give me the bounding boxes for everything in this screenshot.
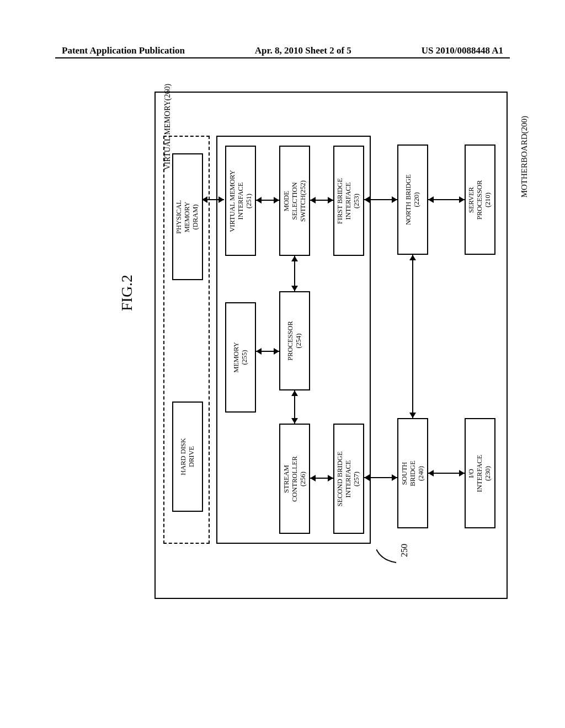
header-divider [55, 57, 510, 58]
arrow-icon [409, 255, 416, 260]
south-bridge-text: SOUTHBRIDGE(240) [401, 461, 425, 486]
header-left: Patent Application Publication [62, 45, 185, 56]
arrow-icon [328, 197, 333, 204]
arrow-icon [392, 196, 397, 203]
arrow-icon [409, 413, 416, 418]
physical-memory-box: PHYSICALMEMORY(DRAM) [172, 153, 203, 280]
io-interface-box: I/OINTERFACE(230) [465, 418, 495, 528]
arrow-icon [274, 348, 279, 355]
south-bridge-box: SOUTHBRIDGE(240) [397, 418, 428, 528]
ref-250-leader [376, 549, 396, 565]
arrow-icon [202, 196, 207, 203]
north-bridge-text: NORTH BRIDGE(220) [404, 174, 421, 225]
stream-controller-box: STREAMCONTROLLER(256) [279, 424, 310, 534]
block-250-frame: VIRTUAL MEMORYINTERFACE(251) MEMORY(255)… [216, 136, 371, 544]
arrow-icon [392, 474, 397, 481]
arrow-icon [459, 470, 465, 477]
header-mid: Apr. 8, 2010 Sheet 2 of 5 [255, 45, 351, 56]
first-bridge-interface-text: FIRST BRIDGEINTERFACE(253) [337, 178, 361, 223]
arrow-icon [218, 196, 224, 203]
arrow-icon [291, 390, 298, 396]
io-interface-text: I/OINTERFACE(230) [468, 454, 493, 492]
page-header: Patent Application Publication Apr. 8, 2… [0, 45, 565, 56]
figure-label: FIG.2 [118, 275, 136, 311]
first-bridge-interface-box: FIRST BRIDGEINTERFACE(253) [333, 146, 364, 256]
ref-250-text: 250 [399, 544, 409, 557]
motherboard-label: MOTHERBOARD(200) [520, 116, 529, 197]
arrow-icon [274, 197, 279, 204]
mode-switch-text: MODESELECTIONSWITCH(252) [282, 180, 307, 222]
arrow-icon [328, 475, 333, 481]
arrow-icon [256, 348, 262, 355]
motherboard-frame: MOTHERBOARD(200) VIRTUAL MEMORY(260) PHY… [154, 92, 508, 599]
virtual-memory-label: VIRTUAL MEMORY(260) [163, 84, 172, 170]
arrow-icon [428, 470, 434, 477]
second-bridge-interface-box: SECOND BRIDGEINTERFACE(257) [333, 424, 364, 534]
arrow-icon [310, 475, 316, 481]
processor-text: PROCESSOR(254) [286, 321, 303, 361]
arrow-icon [310, 197, 316, 204]
memory-text: MEMORY(255) [232, 342, 249, 373]
stream-controller-text: STREAMCONTROLLER(256) [282, 456, 307, 502]
arrow-icon [256, 197, 262, 204]
memory-box: MEMORY(255) [225, 302, 256, 413]
arrow-icon [291, 418, 298, 424]
processor-box: PROCESSOR(254) [279, 291, 310, 390]
server-processor-box: SERVERPROCESSOR(210) [465, 144, 495, 255]
hdd-text: HARD DISKDRIVE [179, 438, 196, 475]
header-right: US 2010/0088448 A1 [422, 45, 503, 56]
server-processor-text: SERVERPROCESSOR(210) [468, 180, 493, 220]
vm-interface-box: VIRTUAL MEMORYINTERFACE(251) [225, 146, 256, 256]
arrow-icon [291, 286, 298, 291]
conn-nb-sb [412, 255, 413, 418]
vm-interface-text: VIRTUAL MEMORYINTERFACE(251) [228, 170, 253, 232]
physical-memory-text: PHYSICALMEMORY(DRAM) [175, 200, 200, 233]
mode-switch-box: MODESELECTIONSWITCH(252) [279, 146, 310, 256]
arrow-icon [428, 196, 434, 203]
arrow-icon [291, 256, 298, 261]
hdd-box: HARD DISKDRIVE [172, 402, 203, 512]
second-bridge-interface-text: SECOND BRIDGEINTERFACE(257) [337, 451, 361, 506]
north-bridge-box: NORTH BRIDGE(220) [397, 144, 428, 255]
arrow-icon [364, 196, 370, 203]
arrow-icon [459, 196, 465, 203]
arrow-icon [364, 474, 370, 481]
